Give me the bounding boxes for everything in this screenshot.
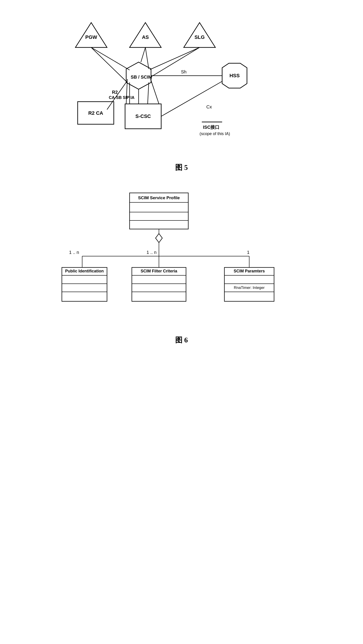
svg-line-14 (91, 48, 130, 70)
svg-text:Cx: Cx (206, 104, 212, 109)
svg-marker-40 (156, 234, 162, 242)
svg-text:HSS: HSS (229, 73, 240, 78)
svg-text:SCIM Paramters: SCIM Paramters (234, 269, 265, 273)
svg-text:S-CSC: S-CSC (135, 114, 151, 119)
figure5-caption: 图 5 (175, 163, 188, 172)
svg-line-19 (151, 48, 200, 77)
diagram5: PGW AS SLG SB / SCIM HSS R2 CA S-CSC (69, 18, 294, 158)
page-container: PGW AS SLG SB / SCIM HSS R2 CA S-CSC (0, 0, 363, 354)
svg-text:AS: AS (142, 34, 149, 40)
svg-text:CA-SB SIP IA: CA-SB SIP IA (109, 95, 135, 100)
svg-text:1: 1 (247, 250, 249, 255)
svg-text:SLG: SLG (194, 34, 205, 40)
svg-text:SCIM Filter Criteria: SCIM Filter Criteria (141, 269, 177, 273)
svg-text:PGW: PGW (85, 34, 97, 40)
svg-text:1 .. n: 1 .. n (146, 250, 156, 255)
svg-text:Sh: Sh (181, 69, 186, 74)
svg-line-15 (91, 48, 127, 82)
svg-line-16 (141, 48, 145, 62)
svg-text:(scope of this IA): (scope of this IA) (200, 132, 230, 136)
svg-text:R2: R2 (112, 90, 118, 95)
diagram5-svg: PGW AS SLG SB / SCIM HSS R2 CA S-CSC (69, 18, 294, 158)
figure6-caption: 图 6 (175, 335, 188, 345)
svg-text:R2 CA: R2 CA (88, 110, 103, 116)
svg-text:SCIM Service Profile: SCIM Service Profile (138, 196, 180, 200)
diagram6: SCIM Service Profile 1 .. n (57, 186, 306, 333)
svg-text:SB / SCIM: SB / SCIM (131, 74, 152, 80)
svg-text:ISC接口: ISC接口 (203, 125, 219, 130)
figure6-container: SCIM Service Profile 1 .. n (18, 186, 345, 345)
svg-line-28 (151, 79, 159, 104)
svg-text:RnaTimer: Integer: RnaTimer: Integer (234, 286, 265, 290)
svg-line-18 (150, 48, 200, 70)
svg-line-22 (161, 81, 222, 116)
svg-text:1 .. n: 1 .. n (69, 250, 79, 255)
figure5-container: PGW AS SLG SB / SCIM HSS R2 CA S-CSC (18, 9, 345, 172)
svg-text:Public Identification: Public Identification (65, 269, 104, 273)
svg-line-17 (145, 48, 149, 69)
svg-line-26 (148, 82, 149, 104)
diagram6-svg: SCIM Service Profile 1 .. n (57, 186, 306, 331)
